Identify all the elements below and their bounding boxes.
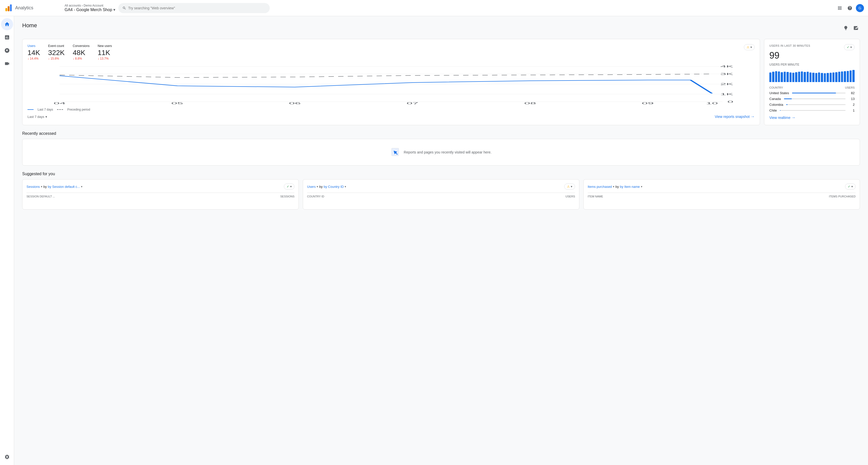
- svg-text:05: 05: [171, 102, 183, 105]
- by-label: by: [319, 185, 323, 188]
- suggested-card-title[interactable]: Users ▾ by by Country ID ▾: [307, 185, 346, 188]
- suggested-card-cols: ITEM NAME ITEMS PURCHASED: [588, 193, 856, 198]
- country-bar-wrap: [780, 110, 845, 111]
- recently-accessed-card: Reports and pages you recently visited w…: [22, 139, 860, 166]
- bar: [781, 72, 783, 82]
- lightbulb-icon: [843, 26, 848, 31]
- view-reports-snapshot-link[interactable]: View reports snapshot →: [715, 114, 755, 119]
- bar: [795, 72, 797, 82]
- by-label: by: [43, 185, 47, 188]
- warning-dropdown-arrow: ▾: [750, 46, 752, 49]
- country-users-count: 82: [848, 91, 855, 95]
- bar: [807, 72, 809, 82]
- empty-state-icon: [391, 147, 401, 157]
- home-icon: [4, 22, 10, 27]
- bar: [830, 73, 832, 82]
- bar: [798, 72, 800, 82]
- country-name: Canada: [769, 97, 781, 101]
- bar: [784, 72, 786, 82]
- metric-new-users-change: ↓ 13.7%: [98, 57, 112, 60]
- svg-text:Aug: Aug: [50, 105, 69, 105]
- search-icon: [122, 6, 126, 10]
- warning-icon: ⚠: [747, 46, 749, 49]
- lightbulb-button[interactable]: [842, 24, 850, 32]
- apps-button[interactable]: [836, 4, 844, 12]
- bar: [824, 73, 826, 82]
- sidebar-item-reports[interactable]: [1, 31, 13, 43]
- advertising-icon: [4, 61, 10, 66]
- svg-rect-2: [10, 4, 11, 11]
- suggested-status-badge[interactable]: ✓ ▾: [845, 183, 856, 190]
- bar: [792, 73, 794, 82]
- apps-icon: [837, 5, 842, 10]
- bar: [832, 72, 834, 82]
- analytics-logo-icon: [4, 3, 13, 12]
- chevron-down-icon: ▾: [41, 185, 42, 188]
- legend-solid-line: [28, 109, 34, 110]
- search-input[interactable]: [128, 6, 266, 10]
- warning-badge[interactable]: ⚠ ▾: [744, 44, 755, 50]
- side-navigation: [0, 16, 14, 465]
- svg-text:09: 09: [642, 102, 654, 105]
- cards-row: Users 14K ↓ 14.4% Event count 322K ↓ 15.…: [22, 39, 860, 125]
- account-name[interactable]: GA4 - Google Merch Shop ▾: [65, 7, 115, 12]
- recently-accessed-title: Recently accessed: [22, 131, 860, 136]
- country-name: United States: [769, 91, 789, 95]
- country-row: Colombia 2: [769, 103, 855, 107]
- date-range-picker[interactable]: Last 7 days ▾: [28, 115, 47, 119]
- suggested-card-title[interactable]: Sessions ▾ by by Session default c... ▾: [27, 185, 83, 188]
- view-realtime-link[interactable]: View realtime →: [769, 115, 855, 120]
- bar: [847, 71, 849, 82]
- help-button[interactable]: [846, 4, 854, 12]
- svg-rect-0: [5, 8, 7, 11]
- sidebar-item-settings[interactable]: [1, 451, 13, 463]
- suggested-col1: COUNTRY ID: [307, 195, 324, 198]
- suggested-status-icon: ✓: [287, 185, 289, 188]
- country-users-count: 1: [848, 109, 855, 112]
- svg-text:1K: 1K: [720, 93, 733, 96]
- account-info: All accounts › Demo Account GA4 - Google…: [65, 4, 115, 12]
- legend-last-7: Last 7 days: [38, 108, 53, 111]
- country-users-count: 13: [848, 97, 855, 101]
- sidebar-item-explore[interactable]: [1, 45, 13, 57]
- app-name: Analytics: [15, 5, 33, 10]
- account-dropdown-icon[interactable]: ▾: [113, 7, 115, 12]
- svg-text:0: 0: [727, 100, 734, 103]
- suggested-subtitle: by Session default c...: [48, 185, 80, 188]
- bar: [835, 72, 837, 82]
- ok-icon: ✓: [847, 46, 849, 49]
- metric-new-users-label: New users: [98, 44, 112, 48]
- explore-icon: [4, 48, 10, 53]
- metric-events-value: 322K: [48, 49, 65, 57]
- page-title: Home: [22, 22, 37, 29]
- bar: [827, 73, 829, 82]
- settings-icon: [4, 454, 10, 460]
- suggested-badge-arrow: ▾: [851, 185, 853, 188]
- realtime-status-badge[interactable]: ✓ ▾: [844, 44, 855, 50]
- metric-events: Event count 322K ↓ 15.8%: [48, 44, 65, 60]
- user-avatar[interactable]: G: [856, 4, 864, 12]
- bar: [852, 70, 855, 82]
- suggested-card: Sessions ▾ by by Session default c... ▾ …: [22, 179, 299, 209]
- compare-button[interactable]: [852, 24, 860, 32]
- suggested-status-badge[interactable]: ⚠ ▾: [564, 183, 575, 190]
- suggested-badge-arrow: ▾: [290, 185, 292, 188]
- country-name: Chile: [769, 109, 777, 112]
- sidebar-item-home[interactable]: [1, 18, 13, 30]
- suggested-card-cols: SESSION DEFAULT ... SESSIONS: [27, 193, 294, 198]
- country-row: Chile 1: [769, 109, 855, 112]
- suggested-card-title[interactable]: Items purchased ▾ by by Item name ▾: [588, 185, 643, 188]
- suggested-status-badge[interactable]: ✓ ▾: [284, 183, 294, 190]
- chart-legend: Last 7 days Preceding period: [28, 108, 755, 111]
- metric-users-label[interactable]: Users: [28, 44, 40, 48]
- country-bar-wrap: [792, 93, 845, 93]
- svg-text:10: 10: [706, 102, 718, 105]
- suggested-col1: ITEM NAME: [588, 195, 603, 198]
- svg-text:3K: 3K: [720, 73, 733, 76]
- arrow-right-icon: →: [751, 114, 755, 119]
- top-nav-right: G: [836, 4, 864, 12]
- sidebar-item-advertising[interactable]: [1, 58, 13, 70]
- country-table: COUNTRY USERS United States 82 Canada 13…: [769, 86, 855, 112]
- bar: [801, 71, 803, 82]
- search-bar[interactable]: [118, 3, 270, 13]
